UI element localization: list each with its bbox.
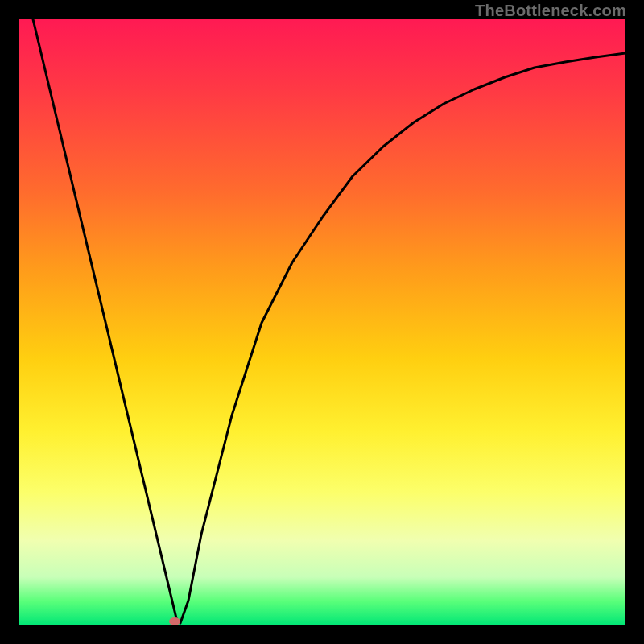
watermark-text: TheBottleneck.com xyxy=(475,2,626,20)
optimum-marker xyxy=(169,617,180,625)
chart-frame: TheBottleneck.com xyxy=(0,0,644,644)
curve-path xyxy=(33,19,625,623)
bottleneck-curve xyxy=(19,19,625,625)
